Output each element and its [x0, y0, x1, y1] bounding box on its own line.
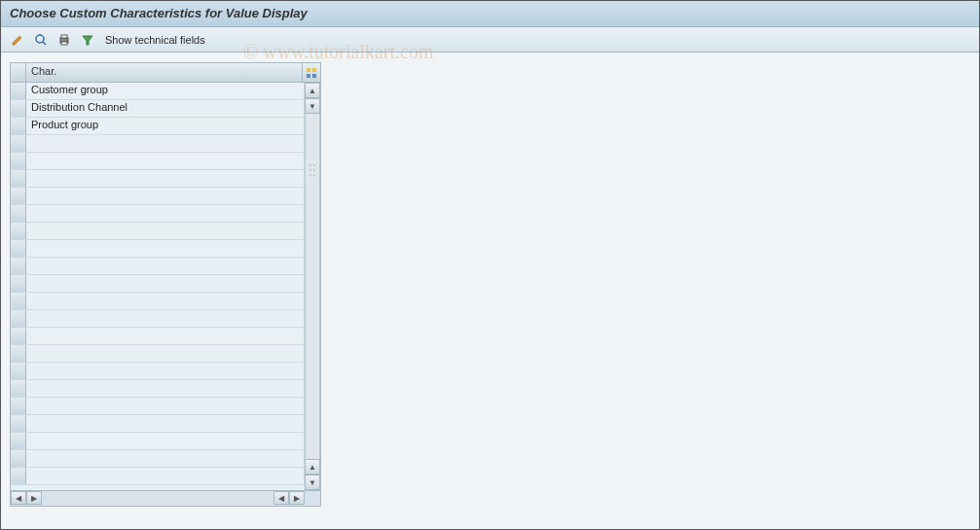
row-selector[interactable]	[11, 345, 26, 362]
char-cell[interactable]: Product group	[26, 118, 305, 134]
row-selector[interactable]	[11, 83, 26, 99]
table-row	[11, 398, 305, 415]
svg-rect-6	[312, 68, 316, 72]
row-selector[interactable]	[11, 188, 26, 204]
table-row	[11, 188, 305, 205]
table-row	[11, 380, 305, 398]
scroll-right-icon[interactable]: ▶	[26, 491, 42, 505]
vertical-scrollbar[interactable]: ▲ ▼ ▲ ▼	[305, 83, 320, 490]
toolbar: Show technical fields	[0, 27, 980, 53]
char-cell[interactable]	[26, 398, 305, 414]
char-cell[interactable]	[26, 433, 305, 449]
char-cell[interactable]	[26, 275, 305, 292]
char-cell[interactable]	[26, 450, 305, 467]
svg-point-10	[313, 164, 315, 166]
char-cell[interactable]	[26, 205, 305, 222]
content-area: Char. Customer groupDistribution Channel…	[0, 53, 980, 530]
show-technical-fields-button[interactable]: Show technical fields	[101, 34, 205, 46]
row-selector[interactable]	[11, 293, 26, 309]
column-header-char[interactable]: Char.	[26, 63, 303, 82]
table-header: Char.	[11, 63, 320, 83]
char-cell[interactable]: Customer group	[26, 83, 305, 99]
select-all-handle[interactable]	[11, 63, 26, 82]
scroll-track[interactable]	[305, 114, 320, 459]
scroll-right2-icon[interactable]: ▶	[289, 491, 305, 505]
svg-rect-5	[307, 68, 310, 72]
horizontal-scrollbar[interactable]: ◀ ▶ ◀ ▶	[11, 490, 320, 506]
svg-rect-8	[312, 74, 316, 78]
char-cell[interactable]	[26, 468, 305, 484]
row-selector[interactable]	[11, 258, 26, 274]
row-selector[interactable]	[11, 415, 26, 432]
char-cell[interactable]	[26, 258, 305, 274]
row-selector[interactable]	[11, 380, 26, 397]
svg-point-0	[36, 35, 44, 43]
char-cell[interactable]	[26, 240, 305, 257]
filter-icon[interactable]	[78, 30, 97, 50]
svg-rect-3	[61, 35, 67, 38]
row-selector[interactable]	[11, 170, 26, 187]
row-selector[interactable]	[11, 363, 26, 379]
table-row	[11, 135, 305, 153]
title-bar: Choose Custom Characteristics for Value …	[0, 0, 980, 27]
print-icon[interactable]	[54, 30, 74, 50]
scroll-left-icon[interactable]: ◀	[11, 491, 26, 505]
page-title: Choose Custom Characteristics for Value …	[10, 6, 970, 20]
row-selector[interactable]	[11, 223, 26, 239]
table-body: Customer groupDistribution ChannelProduc…	[11, 83, 305, 490]
find-icon[interactable]	[31, 30, 51, 50]
char-cell[interactable]	[26, 293, 305, 309]
table-row	[11, 433, 305, 450]
scroll-up2-icon[interactable]: ▲	[305, 459, 320, 475]
table-row: Product group	[11, 118, 305, 135]
scroll-up-icon[interactable]: ▲	[305, 83, 320, 98]
row-selector[interactable]	[11, 433, 26, 449]
scroll-down2-icon[interactable]: ▼	[305, 475, 320, 490]
char-cell[interactable]	[26, 223, 305, 239]
char-cell[interactable]	[26, 345, 305, 362]
table-settings-icon[interactable]	[303, 63, 320, 82]
svg-point-11	[309, 169, 311, 171]
svg-point-14	[313, 174, 315, 176]
row-selector[interactable]	[11, 240, 26, 257]
char-cell[interactable]	[26, 363, 305, 379]
row-selector[interactable]	[11, 100, 26, 117]
svg-line-1	[43, 42, 46, 45]
char-cell[interactable]: Distribution Channel	[26, 100, 305, 117]
table-row	[11, 293, 305, 310]
svg-point-12	[313, 169, 315, 171]
table-row	[11, 468, 305, 485]
svg-rect-4	[61, 42, 67, 45]
char-cell[interactable]	[26, 170, 305, 187]
scroll-left2-icon[interactable]: ◀	[273, 491, 289, 505]
table-row	[11, 363, 305, 380]
scroll-down-icon[interactable]: ▼	[305, 98, 320, 114]
table-row	[11, 170, 305, 188]
table-row	[11, 345, 305, 363]
row-selector[interactable]	[11, 205, 26, 222]
table-row: Distribution Channel	[11, 100, 305, 118]
char-cell[interactable]	[26, 135, 305, 152]
char-cell[interactable]	[26, 310, 305, 327]
table-row	[11, 223, 305, 240]
row-selector[interactable]	[11, 153, 26, 169]
table-row	[11, 275, 305, 293]
row-selector[interactable]	[11, 398, 26, 414]
row-selector[interactable]	[11, 310, 26, 327]
table-row	[11, 258, 305, 275]
table-row	[11, 310, 305, 328]
row-selector[interactable]	[11, 468, 26, 484]
row-selector[interactable]	[11, 118, 26, 134]
edit-icon[interactable]	[8, 30, 27, 50]
row-selector[interactable]	[11, 275, 26, 292]
char-cell[interactable]	[26, 188, 305, 204]
row-selector[interactable]	[11, 135, 26, 152]
char-cell[interactable]	[26, 328, 305, 344]
row-selector[interactable]	[11, 328, 26, 344]
char-cell[interactable]	[26, 153, 305, 169]
row-selector[interactable]	[11, 450, 26, 467]
char-cell[interactable]	[26, 380, 305, 397]
char-cell[interactable]	[26, 415, 305, 432]
table-row	[11, 450, 305, 468]
table-row	[11, 328, 305, 345]
